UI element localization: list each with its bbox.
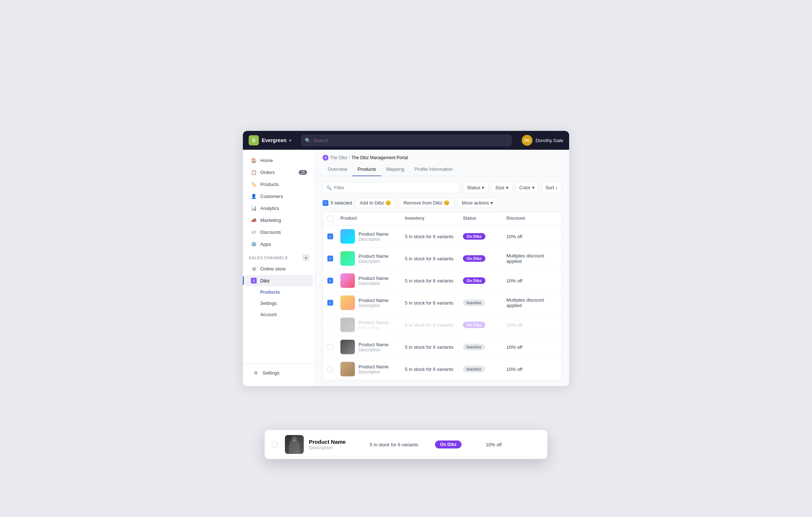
tab-products[interactable]: Products xyxy=(352,163,381,176)
remove-from-dibz-button[interactable]: Remove from Dibz 😊 xyxy=(399,198,454,208)
sidebar-sub-products[interactable]: Products xyxy=(245,287,313,298)
search-input[interactable] xyxy=(301,135,511,146)
table-row: Product Name Description 5 in stock for … xyxy=(323,248,562,270)
sidebar-label-orders: Orders xyxy=(260,170,275,175)
row4-thumbnail xyxy=(340,295,355,310)
sort-button[interactable]: Sort ↕ xyxy=(542,182,562,193)
sidebar-label-marketing: Marketing xyxy=(260,218,281,223)
row1-checkbox[interactable] xyxy=(327,233,333,239)
row7-inventory: 5 in stock for 6 variants xyxy=(405,367,463,372)
add-channel-button[interactable]: + xyxy=(303,255,309,261)
selection-bar: 5 selected Add to Dibz 😊 Remove from Dib… xyxy=(323,198,562,208)
color-filter-button[interactable]: Color ▾ xyxy=(515,182,539,193)
tab-mapping[interactable]: Mapping xyxy=(381,163,410,176)
more-actions-button[interactable]: More actions ▾ xyxy=(457,198,497,208)
row4-product-cell: Product Name Description xyxy=(340,295,405,310)
row7-product-cell: Product Name Description xyxy=(340,362,405,376)
size-filter-button[interactable]: Size ▾ xyxy=(491,182,512,193)
row5-checkbox[interactable] xyxy=(327,322,333,328)
sidebar-sub-account[interactable]: Account xyxy=(245,309,313,320)
selected-count: 5 selected xyxy=(323,200,352,206)
row3-status-badge: On Dibz xyxy=(463,277,485,284)
customers-icon: 👤 xyxy=(251,193,257,199)
row2-product-cell: Product Name Description xyxy=(340,251,405,266)
sidebar: 🏠 Home 📋 Orders 15 🏷️ Products 👤 Custome… xyxy=(243,150,315,386)
row3-product-info: Product Name Description xyxy=(359,276,389,286)
row1-product-info: Product Name Description xyxy=(359,231,389,242)
floating-product-info: Product Name Description xyxy=(309,439,370,450)
sort-label: Sort xyxy=(546,185,554,190)
sidebar-item-customers[interactable]: 👤 Customers xyxy=(245,190,313,202)
brand[interactable]: S Evergreen ▾ xyxy=(249,135,291,145)
table-row: Product Name Description 5 in stock for … xyxy=(323,358,562,380)
row4-status-badge: Inactive xyxy=(463,299,485,306)
row3-checkbox[interactable] xyxy=(327,278,333,284)
status-label: Status xyxy=(467,185,480,190)
header-inventory: Inventory xyxy=(405,216,463,222)
sidebar-sub-settings[interactable]: Settings xyxy=(245,298,313,309)
row2-thumbnail xyxy=(340,251,355,266)
row2-product-desc: Description xyxy=(359,259,389,264)
shopify-icon: S xyxy=(249,135,259,145)
row4-checkbox[interactable] xyxy=(327,300,333,306)
row7-status-badge: Inactive xyxy=(463,366,485,372)
sidebar-bottom: ⚙ Settings xyxy=(243,363,315,382)
row7-checkbox[interactable] xyxy=(327,366,333,372)
sidebar-item-dibz[interactable]: d Dibz xyxy=(245,275,313,286)
apps-icon: ⚙️ xyxy=(251,241,257,247)
discounts-icon: 🏷 xyxy=(251,229,257,235)
row6-checkbox[interactable] xyxy=(327,344,333,350)
settings-icon: ⚙ xyxy=(253,370,259,376)
user-name: Dorothy Gale xyxy=(535,138,563,143)
sidebar-label-analytics: Analytics xyxy=(260,206,279,211)
sidebar-item-home[interactable]: 🏠 Home xyxy=(245,154,313,166)
floating-discount: 10% off xyxy=(486,442,540,447)
sidebar-item-products[interactable]: 🏷️ Products xyxy=(245,178,313,190)
floating-checkbox[interactable] xyxy=(272,442,278,447)
sidebar-item-analytics[interactable]: 📊 Analytics xyxy=(245,202,313,214)
sidebar-label-home: Home xyxy=(260,158,273,163)
add-to-dibz-button[interactable]: Add to Dibz 😊 xyxy=(355,198,396,208)
floating-product-name: Product Name xyxy=(309,439,370,445)
status-filter-button[interactable]: Status ▾ xyxy=(463,182,488,193)
breadcrumb-channel[interactable]: The Dibz xyxy=(330,155,347,160)
breadcrumb-page: The Dibz Management Portal xyxy=(351,155,408,160)
row4-product-name: Product Name xyxy=(359,298,389,303)
row5-discount: 10% off xyxy=(506,322,557,328)
row6-product-info: Product Name Description xyxy=(359,342,389,352)
online-store-icon: 🖥 xyxy=(251,266,257,272)
row6-checkbox-wrap xyxy=(327,344,340,350)
filter-search-icon: 🔍 xyxy=(326,185,332,190)
row5-status-badge: On Dibz xyxy=(463,322,485,328)
main-content: d The Dibz / The Dibz Management Portal … xyxy=(315,150,569,386)
row2-checkbox[interactable] xyxy=(327,256,333,261)
row5-thumbnail xyxy=(340,318,355,332)
row2-product-name: Product Name xyxy=(359,253,389,259)
select-all-checkbox[interactable] xyxy=(323,200,328,206)
floating-thumbnail xyxy=(285,435,304,454)
sub-products-label: Products xyxy=(260,290,280,295)
sidebar-item-orders[interactable]: 📋 Orders 15 xyxy=(245,166,313,178)
row6-status-badge: Inactive xyxy=(463,344,485,350)
sidebar-item-online-store[interactable]: 🖥 Online store xyxy=(245,263,313,274)
header-checkbox[interactable] xyxy=(327,216,333,222)
sidebar-item-apps[interactable]: ⚙️ Apps xyxy=(245,238,313,250)
row2-discount: Multiples discount applied xyxy=(506,253,557,264)
tab-profile[interactable]: Profile Information xyxy=(409,163,458,176)
row1-status: On Dibz xyxy=(463,233,506,240)
tab-overview[interactable]: Overview xyxy=(323,163,352,176)
sub-settings-label: Settings xyxy=(260,301,277,306)
floating-inventory: 5 in stock for 6 variants xyxy=(370,442,435,447)
sidebar-item-settings[interactable]: ⚙ Settings xyxy=(247,367,311,379)
table-row: Product Name Description 5 in stock for … xyxy=(323,270,562,292)
row5-inventory: 5 in stock for 6 variants xyxy=(405,322,463,328)
row7-product-desc: Description xyxy=(359,369,389,375)
sidebar-settings-label: Settings xyxy=(262,370,279,376)
count-label: 5 selected xyxy=(331,200,352,206)
channel-icon: d xyxy=(323,155,328,161)
sidebar-item-discounts[interactable]: 🏷 Discounts xyxy=(245,226,313,238)
sidebar-item-marketing[interactable]: 📣 Marketing xyxy=(245,214,313,226)
row1-thumbnail xyxy=(340,229,355,244)
filter-input[interactable] xyxy=(323,182,460,193)
row4-product-desc: Description xyxy=(359,303,389,308)
